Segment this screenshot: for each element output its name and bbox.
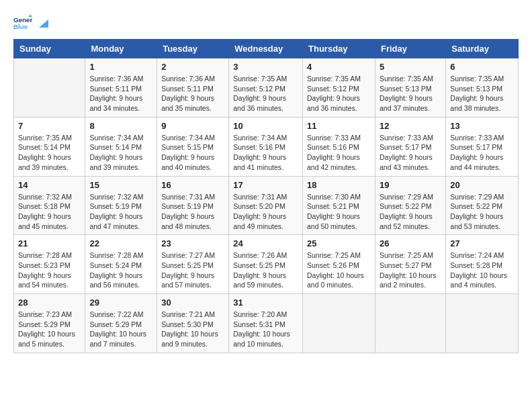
day-cell [14,58,85,118]
day-info: Sunrise: 7:36 AM Sunset: 5:11 PM Dayligh… [161,74,224,113]
day-info: Sunrise: 7:33 AM Sunset: 5:17 PM Dayligh… [380,133,441,173]
day-cell: 19Sunrise: 7:29 AM Sunset: 5:22 PM Dayli… [375,176,445,235]
day-number: 28 [18,298,81,308]
day-number: 29 [89,298,152,308]
week-row-2: 7Sunrise: 7:35 AM Sunset: 5:14 PM Daylig… [14,117,519,176]
day-cell: 31Sunrise: 7:20 AM Sunset: 5:31 PM Dayli… [229,294,303,353]
day-number: 2 [161,62,224,72]
day-cell: 24Sunrise: 7:26 AM Sunset: 5:25 PM Dayli… [229,235,303,294]
day-cell: 13Sunrise: 7:33 AM Sunset: 5:17 PM Dayli… [446,117,519,176]
day-info: Sunrise: 7:34 AM Sunset: 5:15 PM Dayligh… [161,133,224,173]
day-cell: 28Sunrise: 7:23 AM Sunset: 5:29 PM Dayli… [14,294,85,353]
week-row-5: 28Sunrise: 7:23 AM Sunset: 5:29 PM Dayli… [14,294,519,353]
logo: General Blue [13,13,48,32]
day-number: 27 [450,238,514,248]
day-info: Sunrise: 7:35 AM Sunset: 5:12 PM Dayligh… [233,74,298,113]
day-info: Sunrise: 7:25 AM Sunset: 5:27 PM Dayligh… [380,250,441,290]
day-cell: 1Sunrise: 7:36 AM Sunset: 5:11 PM Daylig… [85,58,157,118]
day-number: 25 [307,238,371,248]
day-info: Sunrise: 7:29 AM Sunset: 5:22 PM Dayligh… [450,192,514,232]
day-cell: 17Sunrise: 7:31 AM Sunset: 5:20 PM Dayli… [229,176,303,235]
day-cell: 20Sunrise: 7:29 AM Sunset: 5:22 PM Dayli… [446,176,519,235]
day-info: Sunrise: 7:35 AM Sunset: 5:12 PM Dayligh… [307,74,371,113]
day-cell: 4Sunrise: 7:35 AM Sunset: 5:12 PM Daylig… [303,58,375,118]
day-number: 19 [380,180,441,190]
logo-triangle [36,18,48,30]
day-info: Sunrise: 7:34 AM Sunset: 5:14 PM Dayligh… [89,133,152,173]
day-cell: 16Sunrise: 7:31 AM Sunset: 5:19 PM Dayli… [157,176,229,235]
day-header-monday: Monday [85,40,157,58]
day-cell: 5Sunrise: 7:35 AM Sunset: 5:13 PM Daylig… [375,58,445,118]
day-number: 26 [380,238,441,248]
day-header-tuesday: Tuesday [157,40,229,58]
day-header-saturday: Saturday [446,40,519,58]
header-row: SundayMondayTuesdayWednesdayThursdayFrid… [14,40,519,58]
day-number: 23 [161,238,224,248]
day-info: Sunrise: 7:28 AM Sunset: 5:23 PM Dayligh… [18,250,81,290]
day-info: Sunrise: 7:35 AM Sunset: 5:14 PM Dayligh… [18,133,81,173]
day-cell [446,294,519,353]
day-cell: 25Sunrise: 7:25 AM Sunset: 5:26 PM Dayli… [303,235,375,294]
day-info: Sunrise: 7:32 AM Sunset: 5:18 PM Dayligh… [18,192,81,232]
day-number: 16 [161,180,224,190]
day-number: 24 [233,238,298,248]
day-number: 9 [161,121,224,131]
day-number: 14 [18,180,81,190]
day-number: 7 [18,121,81,131]
day-info: Sunrise: 7:36 AM Sunset: 5:11 PM Dayligh… [89,74,152,113]
day-cell: 10Sunrise: 7:34 AM Sunset: 5:16 PM Dayli… [229,117,303,176]
day-info: Sunrise: 7:30 AM Sunset: 5:21 PM Dayligh… [307,192,371,232]
day-number: 12 [380,121,441,131]
day-number: 31 [233,298,298,308]
day-cell: 6Sunrise: 7:35 AM Sunset: 5:13 PM Daylig… [446,58,519,118]
day-cell: 12Sunrise: 7:33 AM Sunset: 5:17 PM Dayli… [375,117,445,176]
day-info: Sunrise: 7:31 AM Sunset: 5:19 PM Dayligh… [161,192,224,232]
day-cell: 7Sunrise: 7:35 AM Sunset: 5:14 PM Daylig… [14,117,85,176]
svg-text:Blue: Blue [13,23,28,30]
day-header-sunday: Sunday [14,40,85,58]
day-info: Sunrise: 7:22 AM Sunset: 5:29 PM Dayligh… [89,310,152,349]
day-cell: 18Sunrise: 7:30 AM Sunset: 5:21 PM Dayli… [303,176,375,235]
day-info: Sunrise: 7:23 AM Sunset: 5:29 PM Dayligh… [18,310,81,349]
day-cell: 3Sunrise: 7:35 AM Sunset: 5:12 PM Daylig… [229,58,303,118]
day-cell: 30Sunrise: 7:21 AM Sunset: 5:30 PM Dayli… [157,294,229,353]
day-number: 17 [233,180,298,190]
day-info: Sunrise: 7:25 AM Sunset: 5:26 PM Dayligh… [307,250,371,290]
day-info: Sunrise: 7:27 AM Sunset: 5:25 PM Dayligh… [161,250,224,290]
day-cell [375,294,445,353]
day-cell: 11Sunrise: 7:33 AM Sunset: 5:16 PM Dayli… [303,117,375,176]
day-number: 13 [450,121,514,131]
day-number: 3 [233,62,298,72]
day-info: Sunrise: 7:33 AM Sunset: 5:17 PM Dayligh… [450,133,514,173]
day-info: Sunrise: 7:26 AM Sunset: 5:25 PM Dayligh… [233,250,298,290]
day-info: Sunrise: 7:21 AM Sunset: 5:30 PM Dayligh… [161,310,224,349]
day-header-friday: Friday [375,40,445,58]
day-number: 5 [380,62,441,72]
day-number: 10 [233,121,298,131]
day-cell [303,294,375,353]
day-cell: 8Sunrise: 7:34 AM Sunset: 5:14 PM Daylig… [85,117,157,176]
day-number: 4 [307,62,371,72]
day-number: 6 [450,62,514,72]
calendar-table: SundayMondayTuesdayWednesdayThursdayFrid… [13,39,519,353]
day-number: 8 [89,121,152,131]
day-info: Sunrise: 7:35 AM Sunset: 5:13 PM Dayligh… [380,74,441,113]
day-cell: 23Sunrise: 7:27 AM Sunset: 5:25 PM Dayli… [157,235,229,294]
day-info: Sunrise: 7:33 AM Sunset: 5:16 PM Dayligh… [307,133,371,173]
day-cell: 22Sunrise: 7:28 AM Sunset: 5:24 PM Dayli… [85,235,157,294]
day-info: Sunrise: 7:34 AM Sunset: 5:16 PM Dayligh… [233,133,298,173]
day-cell: 14Sunrise: 7:32 AM Sunset: 5:18 PM Dayli… [14,176,85,235]
page-header: General Blue [13,13,519,32]
day-info: Sunrise: 7:32 AM Sunset: 5:19 PM Dayligh… [89,192,152,232]
day-cell: 21Sunrise: 7:28 AM Sunset: 5:23 PM Dayli… [14,235,85,294]
day-info: Sunrise: 7:20 AM Sunset: 5:31 PM Dayligh… [233,310,298,349]
week-row-1: 1Sunrise: 7:36 AM Sunset: 5:11 PM Daylig… [14,58,519,118]
day-cell: 2Sunrise: 7:36 AM Sunset: 5:11 PM Daylig… [157,58,229,118]
logo-icon: General Blue [13,13,32,32]
day-header-wednesday: Wednesday [229,40,303,58]
day-number: 30 [161,298,224,308]
day-info: Sunrise: 7:31 AM Sunset: 5:20 PM Dayligh… [233,192,298,232]
day-number: 21 [18,238,81,248]
svg-marker-3 [39,19,48,28]
day-number: 11 [307,121,371,131]
